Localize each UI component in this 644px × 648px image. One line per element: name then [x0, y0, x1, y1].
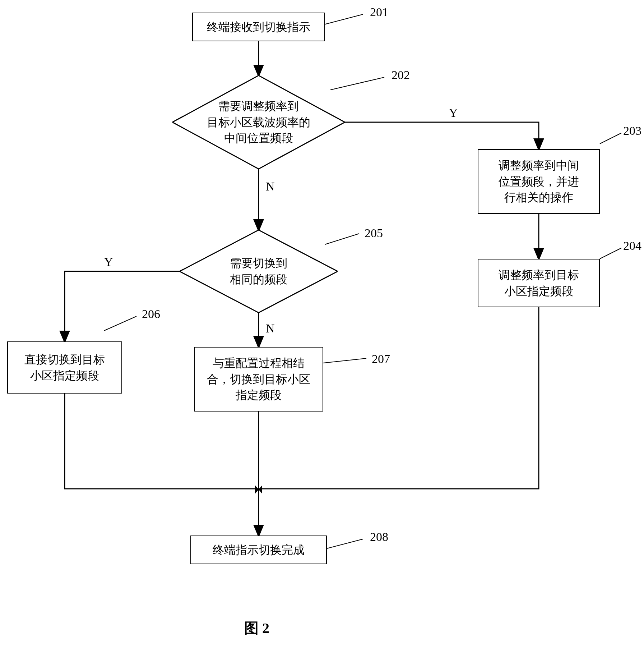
node-202: 需要调整频率到 目标小区载波频率的 中间位置频段: [172, 75, 345, 169]
node-204-text: 调整频率到目标 小区指定频段: [499, 267, 579, 299]
edge-202-n: N: [266, 180, 275, 193]
node-205-text: 需要切换到 相同的频段: [230, 255, 287, 288]
node-203: 调整频率到中间 位置频段，并进 行相关的操作: [478, 149, 600, 214]
node-208-text: 终端指示切换完成: [213, 542, 305, 558]
node-206: 直接切换到目标 小区指定频段: [7, 341, 122, 394]
label-204: 204: [623, 239, 641, 253]
svg-line-11: [321, 539, 363, 550]
figure-caption: 图 2: [244, 618, 269, 638]
node-207-text: 与重配置过程相结 合，切换到目标小区 指定频段: [207, 355, 310, 403]
svg-marker-14: [259, 485, 262, 494]
node-203-text: 调整频率到中间 位置频段，并进 行相关的操作: [499, 157, 579, 206]
node-204: 调整频率到目标 小区指定频段: [478, 259, 600, 307]
edge-205-n: N: [266, 322, 275, 335]
node-202-text: 需要调整频率到 目标小区载波频率的 中间位置频段: [207, 98, 310, 146]
svg-line-4: [321, 14, 363, 25]
label-208: 208: [370, 530, 388, 544]
node-207: 与重配置过程相结 合，切换到目标小区 指定频段: [194, 347, 323, 412]
svg-line-10: [323, 358, 366, 363]
label-207: 207: [372, 352, 390, 366]
label-202: 202: [392, 68, 410, 82]
svg-line-6: [600, 133, 621, 144]
node-208: 终端指示切换完成: [190, 536, 327, 564]
label-206: 206: [142, 307, 160, 321]
label-205: 205: [365, 226, 383, 240]
label-201: 201: [370, 5, 388, 19]
node-201: 终端接收到切换指示: [192, 13, 325, 41]
node-206-text: 直接切换到目标 小区指定频段: [24, 351, 105, 384]
edge-205-y: Y: [104, 255, 113, 269]
svg-line-9: [104, 316, 136, 331]
edge-202-y: Y: [449, 106, 458, 120]
node-201-text: 终端接收到切换指示: [207, 19, 310, 35]
svg-line-7: [600, 248, 621, 259]
label-203: 203: [623, 124, 641, 138]
node-205: 需要切换到 相同的频段: [180, 230, 338, 313]
svg-marker-13: [255, 485, 259, 494]
